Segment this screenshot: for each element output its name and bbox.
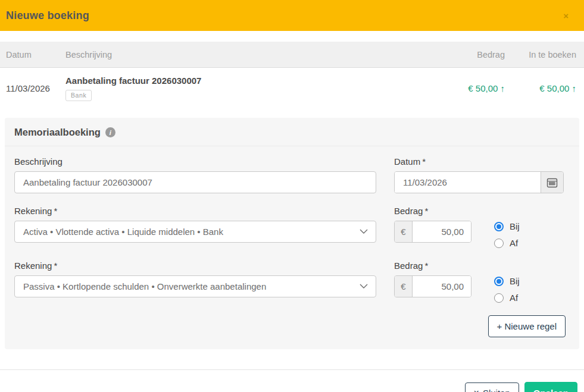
- row-description: Aanbetaling factuur 2026030007: [65, 76, 433, 86]
- radio-selected-icon: [494, 277, 504, 286]
- datum-label: Datum*: [394, 156, 570, 167]
- radio-selected-icon: [494, 222, 504, 231]
- required-mark: *: [422, 156, 426, 167]
- euro-addon: €: [395, 221, 413, 242]
- required-mark: *: [424, 206, 428, 216]
- chevron-down-icon: [360, 284, 368, 289]
- modal-footer: × Sluiten Opslaan: [0, 370, 584, 392]
- rekening-label-1: Rekening*: [14, 206, 376, 216]
- close-icon[interactable]: ×: [561, 9, 577, 23]
- memoriaal-panel: Memoriaalboeking i Beschrijving Datum*: [5, 118, 579, 349]
- bedrag-label-1: Bedrag*: [394, 206, 570, 216]
- table-header: Datum Beschrijving Bedrag In te boeken: [0, 42, 584, 68]
- af-radio-1[interactable]: Af: [494, 238, 520, 248]
- required-mark: *: [424, 261, 428, 271]
- row-in-te-boeken: € 50,00 ↑: [505, 83, 584, 93]
- bij-af-radios-2: Bij Af: [494, 275, 520, 303]
- row-description-cell: Aanbetaling factuur 2026030007 Bank: [60, 76, 433, 101]
- radio-unselected-icon: [494, 293, 504, 303]
- sluiten-button[interactable]: × Sluiten: [465, 382, 519, 392]
- required-mark: *: [54, 206, 57, 216]
- rekening-label-2: Rekening*: [14, 261, 376, 271]
- close-x-icon: ×: [474, 388, 479, 392]
- modal-header: Nieuwe boeking ×: [0, 0, 584, 31]
- table-row[interactable]: 11/03/2026 Aanbetaling factuur 202603000…: [0, 68, 584, 110]
- bij-radio-2[interactable]: Bij: [494, 276, 520, 286]
- rekening-value-1: Activa • Vlottende activa • Liquide midd…: [23, 227, 223, 237]
- bij-af-radios-1: Bij Af: [494, 221, 520, 248]
- rekening-select-1[interactable]: Activa • Vlottende activa • Liquide midd…: [14, 221, 376, 243]
- bedrag-label-2: Bedrag*: [394, 261, 570, 271]
- new-booking-modal: Nieuwe boeking × Datum Beschrijving Bedr…: [0, 0, 584, 392]
- rekening-value-2: Passiva • Kortlopende schulden • Onverwe…: [23, 281, 266, 291]
- column-header-in-te-boeken: In te boeken: [505, 50, 584, 59]
- row-datum: 11/03/2026: [0, 83, 60, 93]
- rekening-select-2[interactable]: Passiva • Kortlopende schulden • Onverwe…: [14, 275, 376, 297]
- bedrag-input-2[interactable]: [413, 276, 471, 297]
- memoriaal-title: Memoriaalboeking: [14, 127, 101, 138]
- opslaan-button[interactable]: Opslaan: [524, 382, 577, 392]
- radio-unselected-icon: [494, 239, 504, 248]
- row-bedrag: € 50,00 ↑: [433, 83, 505, 93]
- chevron-down-icon: [360, 229, 368, 234]
- bedrag-input-group-1: €: [394, 221, 471, 243]
- beschrijving-label: Beschrijving: [14, 156, 376, 167]
- column-header-beschrijving: Beschrijving: [60, 50, 433, 59]
- bij-radio-1[interactable]: Bij: [494, 221, 520, 231]
- info-icon[interactable]: i: [105, 127, 115, 137]
- column-header-bedrag: Bedrag: [433, 50, 505, 59]
- calendar-icon: [546, 177, 558, 188]
- euro-addon: €: [395, 276, 413, 297]
- memoriaal-header: Memoriaalboeking i: [5, 118, 579, 146]
- required-mark: *: [54, 261, 57, 271]
- modal-title: Nieuwe boeking: [6, 10, 89, 22]
- date-input-group: [394, 171, 564, 193]
- transaction-table: Datum Beschrijving Bedrag In te boeken 1…: [0, 42, 584, 110]
- calendar-button[interactable]: [541, 172, 563, 193]
- bedrag-input-group-2: €: [394, 275, 471, 297]
- beschrijving-input[interactable]: [14, 171, 376, 193]
- date-input[interactable]: [395, 172, 541, 193]
- bedrag-input-1[interactable]: [413, 221, 471, 242]
- af-radio-2[interactable]: Af: [494, 293, 520, 303]
- new-line-button[interactable]: + Nieuwe regel: [488, 315, 566, 337]
- column-header-datum: Datum: [0, 50, 60, 59]
- memoriaal-body: Beschrijving Datum*: [5, 146, 579, 349]
- bank-tag: Bank: [65, 90, 92, 101]
